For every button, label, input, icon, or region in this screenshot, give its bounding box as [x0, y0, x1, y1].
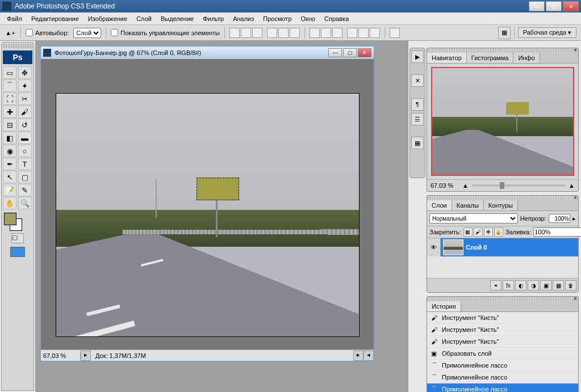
tab-info[interactable]: Инфо — [513, 53, 540, 63]
fill-field[interactable] — [533, 227, 581, 237]
dock-btn-2[interactable]: ✕ — [411, 74, 424, 87]
doc-minimize-button[interactable]: — — [328, 48, 342, 57]
menu-help[interactable]: Справка — [320, 15, 353, 22]
hand-tool[interactable]: ✋ — [3, 197, 16, 209]
new-layer-icon[interactable]: ▦ — [553, 280, 564, 290]
dist-btn-3[interactable] — [332, 28, 342, 38]
panel-close-icon[interactable]: × — [574, 296, 577, 302]
menu-select[interactable]: Выделение — [156, 15, 198, 22]
history-item[interactable]: 🖌Инструмент "Кисть" — [427, 324, 578, 336]
opacity-arrow-icon[interactable]: ▸ — [572, 215, 576, 222]
blur-tool[interactable]: ◉ — [3, 145, 16, 157]
marquee-tool[interactable]: ▭ — [3, 66, 16, 79]
history-brush-tool[interactable]: ↺ — [18, 119, 32, 131]
dist-btn-5[interactable] — [358, 28, 369, 38]
canvas[interactable] — [56, 93, 360, 337]
menu-file[interactable]: Файл — [2, 15, 27, 22]
history-item[interactable]: 🖌Инструмент "Кисть" — [427, 312, 578, 324]
tab-channels[interactable]: Каналы — [452, 200, 484, 210]
lock-paint-icon[interactable]: 🖌 — [474, 227, 483, 237]
blend-mode-dropdown[interactable]: Нормальный — [429, 213, 518, 224]
eraser-tool[interactable]: ◧ — [3, 132, 16, 144]
dock-btn-4[interactable]: ☰ — [411, 113, 424, 125]
tab-histogram[interactable]: Гистограмма — [467, 53, 514, 63]
show-controls-checkbox[interactable]: Показать управляющие элементы — [111, 29, 220, 36]
menu-filter[interactable]: Фильтр — [198, 15, 228, 22]
align-btn-4[interactable] — [267, 28, 277, 38]
layer-name[interactable]: Слой 0 — [466, 244, 487, 251]
wand-tool[interactable]: ✦ — [18, 79, 32, 92]
link-layers-icon[interactable]: ⚭ — [490, 280, 501, 290]
tab-paths[interactable]: Контуры — [484, 200, 518, 210]
menu-layer[interactable]: Слой — [132, 15, 156, 22]
autoselect-dropdown[interactable]: Слой — [73, 28, 101, 38]
lock-all-icon[interactable]: 🔒 — [494, 227, 503, 237]
close-button[interactable]: ✕ — [563, 1, 579, 11]
gradient-tool[interactable]: ▬ — [18, 132, 32, 144]
navigator-preview[interactable] — [431, 67, 574, 176]
shape-tool[interactable]: ▢ — [18, 171, 32, 183]
menu-window[interactable]: Окно — [296, 15, 320, 22]
panel-close-icon[interactable]: × — [574, 47, 577, 53]
brush-tool[interactable]: 🖌 — [18, 106, 32, 118]
auto-align-btn[interactable] — [390, 28, 400, 38]
workspace-dropdown[interactable]: Рабочая среда ▾ — [518, 27, 576, 38]
dist-btn-6[interactable] — [370, 28, 380, 38]
opacity-field[interactable] — [549, 214, 570, 223]
align-btn-1[interactable] — [229, 28, 240, 38]
dist-btn-4[interactable] — [347, 28, 357, 38]
path-tool[interactable]: ↖ — [3, 171, 16, 183]
crop-tool[interactable]: ⛶ — [3, 92, 16, 105]
maximize-button[interactable]: ▢ — [546, 1, 562, 11]
menu-image[interactable]: Изображение — [83, 15, 132, 22]
lock-move-icon[interactable]: ✥ — [484, 227, 493, 237]
bridge-icon[interactable]: ▦ — [498, 27, 511, 39]
history-item[interactable]: 🖌Инструмент "Кисть" — [427, 336, 578, 348]
dist-btn-1[interactable] — [310, 28, 320, 38]
trash-icon[interactable]: 🗑 — [565, 280, 576, 290]
align-btn-5[interactable] — [278, 28, 289, 38]
notes-tool[interactable]: 📝 — [3, 184, 16, 196]
history-item[interactable]: ⌒Прямолинейное лассо — [427, 372, 578, 383]
align-btn-2[interactable] — [241, 28, 251, 38]
standard-mode-btn[interactable]: ▢ — [11, 233, 24, 243]
menu-analysis[interactable]: Анализ — [228, 15, 258, 22]
type-tool[interactable]: T — [18, 158, 32, 170]
screen-mode-btn[interactable] — [10, 247, 25, 257]
align-btn-6[interactable] — [290, 28, 300, 38]
document-titlebar[interactable]: ФотошопГуру-Баннер.jpg @ 67% (Слой 0, RG… — [41, 47, 374, 59]
doc-maximize-button[interactable]: ▢ — [343, 48, 357, 57]
tab-layers[interactable]: Слои — [427, 200, 452, 210]
align-btn-3[interactable] — [252, 28, 262, 38]
dodge-tool[interactable]: ○ — [18, 145, 32, 157]
panel-close-icon[interactable]: × — [574, 195, 577, 201]
lock-transparent-icon[interactable]: ▦ — [463, 227, 473, 237]
layer-row[interactable]: 👁 Слой 0 — [427, 238, 578, 256]
status-arrow-r[interactable]: ▸ — [353, 351, 363, 361]
fx-icon[interactable]: fx — [503, 280, 514, 290]
tools-grip[interactable] — [3, 44, 32, 48]
zoom-field[interactable]: 67,03 % — [41, 352, 81, 359]
foreground-color[interactable] — [4, 213, 16, 225]
pen-tool[interactable]: ✒ — [3, 158, 16, 170]
folder-icon[interactable]: ▣ — [540, 280, 551, 290]
navigator-slider[interactable] — [472, 184, 565, 187]
minimize-button[interactable]: — — [529, 1, 545, 11]
menu-edit[interactable]: Редактирование — [27, 15, 83, 22]
dock-btn-5[interactable]: ▦ — [411, 137, 424, 149]
menu-view[interactable]: Просмотр — [258, 15, 296, 22]
adjustment-icon[interactable]: ◑ — [528, 280, 539, 290]
slice-tool[interactable]: ✂ — [18, 92, 32, 105]
tab-history[interactable]: История — [427, 301, 461, 311]
scroll-left[interactable]: ◂ — [363, 351, 374, 361]
zoom-in-icon[interactable]: ▲ — [569, 182, 575, 189]
dock-btn-3[interactable]: ¶ — [411, 98, 424, 111]
zoom-tool[interactable]: 🔍 — [18, 197, 32, 209]
layer-thumbnail[interactable] — [443, 239, 463, 255]
zoom-out-icon[interactable]: ▲ — [462, 182, 469, 189]
dock-btn-1[interactable]: ▶ — [411, 50, 424, 63]
visibility-icon[interactable]: 👁 — [427, 238, 441, 256]
move-tool[interactable]: ✥ — [18, 66, 32, 79]
eyedropper-tool[interactable]: ✎ — [18, 184, 32, 196]
dist-btn-2[interactable] — [321, 28, 331, 38]
